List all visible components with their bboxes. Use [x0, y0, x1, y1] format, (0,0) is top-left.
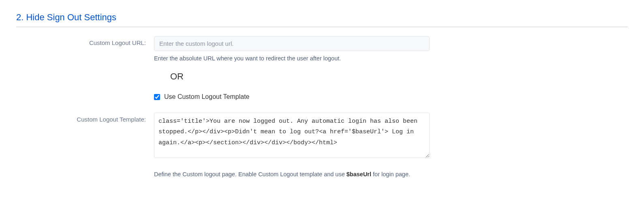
custom-logout-template-help: Define the Custom logout page. Enable Cu… — [154, 171, 430, 177]
custom-logout-url-help: Enter the absolute URL where you want to… — [154, 55, 430, 62]
custom-logout-template-textarea[interactable] — [154, 113, 430, 158]
custom-logout-url-label: Custom Logout URL: — [16, 36, 154, 46]
custom-logout-template-label: Custom Logout Template: — [16, 113, 154, 123]
section-title: 2. Hide Sign Out Settings — [16, 12, 628, 27]
or-divider: OR — [170, 71, 430, 82]
custom-logout-url-input[interactable] — [154, 36, 430, 51]
use-custom-template-label: Use Custom Logout Template — [164, 93, 249, 100]
use-custom-template-checkbox[interactable] — [154, 94, 160, 100]
